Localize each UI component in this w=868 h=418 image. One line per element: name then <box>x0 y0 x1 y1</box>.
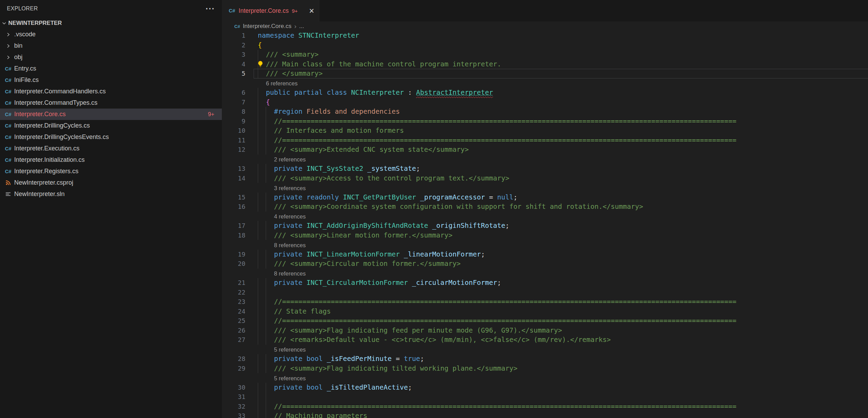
line-number[interactable]: 12 <box>222 145 258 155</box>
code-line[interactable]: 11 //===================================… <box>222 136 868 145</box>
file-row[interactable]: C#Interpreter.DrillingCycles.cs <box>0 120 222 131</box>
line-number[interactable]: 30 <box>222 383 258 392</box>
file-row[interactable]: NewInterpreter.csproj <box>0 177 222 188</box>
folder-row[interactable]: .vscode <box>0 29 222 40</box>
line-number[interactable]: 14 <box>222 174 258 183</box>
line-number[interactable]: 2 <box>222 40 258 50</box>
line-number[interactable]: 3 <box>222 50 258 59</box>
line-number[interactable]: 15 <box>222 193 258 202</box>
codelens-link[interactable]: 4 references <box>258 212 306 221</box>
code-line[interactable]: 25 //===================================… <box>222 316 868 326</box>
tab-interpreter-core[interactable]: C# Interpreter.Core.cs 9+ × <box>222 0 319 21</box>
code-line[interactable]: 7 { <box>222 97 868 107</box>
line-number[interactable]: 33 <box>222 411 258 418</box>
code-line[interactable]: 17 private INCT_AddOriginByShiftAndRotat… <box>222 221 868 231</box>
line-number[interactable]: 11 <box>222 136 258 145</box>
line-number[interactable]: 28 <box>222 354 258 364</box>
codelens-link[interactable]: 8 references <box>258 269 306 278</box>
code-line[interactable]: 13 private INCT_SysState2 _systemState; <box>222 164 868 174</box>
code-line[interactable]: 29 /// <summary>Flag indicating tilted w… <box>222 364 868 373</box>
line-number[interactable]: 4 <box>222 59 258 69</box>
codelens-link[interactable]: 5 references <box>258 345 306 354</box>
line-number[interactable]: 10 <box>222 126 258 136</box>
code-line[interactable]: 23 //===================================… <box>222 297 868 307</box>
file-row[interactable]: C#Interpreter.Execution.cs <box>0 143 222 154</box>
file-row[interactable]: NewInterpreter.sln <box>0 188 222 200</box>
codelens-link[interactable]: 2 references <box>258 155 306 164</box>
code-line[interactable]: 20 /// <summary>Circular motion former.<… <box>222 259 868 269</box>
code-line[interactable]: 16 /// <summary>Coordinate system config… <box>222 202 868 212</box>
file-row[interactable]: C#Interpreter.Core.cs9+ <box>0 109 222 120</box>
code-line[interactable]: 14 /// <summary>Access to the control pr… <box>222 174 868 183</box>
workspace-section-header[interactable]: NEWINTERPRETER <box>0 17 222 29</box>
code-line[interactable]: 4 /// Main class of the machine control … <box>222 59 868 69</box>
line-number[interactable]: 25 <box>222 316 258 326</box>
more-actions-icon[interactable]: ··· <box>206 7 215 10</box>
file-row[interactable]: C#Interpreter.DrillingCyclesEvents.cs <box>0 131 222 143</box>
line-number[interactable]: 26 <box>222 326 258 335</box>
chevron-right-icon[interactable] <box>3 32 13 37</box>
code-line[interactable]: 1namespace STNCInterpreter <box>222 31 868 40</box>
line-number[interactable]: 31 <box>222 392 258 402</box>
line-number[interactable]: 17 <box>222 221 258 231</box>
folder-row[interactable]: bin <box>0 40 222 52</box>
line-number[interactable]: 32 <box>222 402 258 411</box>
file-row[interactable]: C#IniFile.cs <box>0 74 222 86</box>
line-number[interactable]: 22 <box>222 288 258 297</box>
code-line[interactable]: 18 /// <summary>Linear motion former.</s… <box>222 231 868 240</box>
close-icon[interactable]: × <box>309 7 314 15</box>
code-line[interactable]: 10 // Interfaces and motion formers <box>222 126 868 136</box>
code-line[interactable]: 32 //===================================… <box>222 402 868 411</box>
codelens-link[interactable]: 5 references <box>258 374 306 383</box>
code-line[interactable]: 19 private INCT_LinearMotionFormer _line… <box>222 250 868 259</box>
code-editor: 1namespace STNCInterpreter2{3 /// <summa… <box>222 31 868 418</box>
code-line[interactable]: 31 <box>222 392 868 402</box>
file-row[interactable]: C#Interpreter.CommandHandlers.cs <box>0 86 222 97</box>
line-number[interactable]: 9 <box>222 117 258 126</box>
folder-row[interactable]: obj <box>0 52 222 63</box>
code-line[interactable]: 22 <box>222 288 868 297</box>
line-number[interactable]: 27 <box>222 335 258 345</box>
line-number[interactable]: 29 <box>222 364 258 373</box>
line-number[interactable]: 21 <box>222 278 258 288</box>
code-line[interactable]: 9 //====================================… <box>222 117 868 126</box>
file-row[interactable]: C#Interpreter.Initialization.cs <box>0 154 222 166</box>
chevron-right-icon[interactable] <box>3 55 13 60</box>
code-line[interactable]: 28 private bool _isFeedPerMinute = true; <box>222 354 868 364</box>
code-line[interactable]: 24 // State flags <box>222 307 868 316</box>
line-number[interactable]: 1 <box>222 31 258 40</box>
line-number[interactable]: 5 <box>222 69 258 78</box>
line-number[interactable]: 20 <box>222 259 258 269</box>
line-number[interactable]: 6 <box>222 88 258 97</box>
file-row[interactable]: C#Entry.cs <box>0 63 222 74</box>
codelens-link[interactable]: 6 references <box>258 79 298 88</box>
code-line[interactable]: 15 private readonly INCT_GetPartByUser _… <box>222 193 868 202</box>
codelens-link[interactable]: 3 references <box>258 184 306 193</box>
code-line[interactable]: 2{ <box>222 40 868 50</box>
line-number[interactable]: 8 <box>222 107 258 117</box>
line-number[interactable]: 7 <box>222 97 258 107</box>
line-number[interactable]: 13 <box>222 164 258 174</box>
code-line[interactable]: 3 /// <summary> <box>222 50 868 59</box>
code-line[interactable]: 8 #region Fields and dependencies <box>222 107 868 117</box>
chevron-right-icon[interactable] <box>3 43 13 49</box>
breadcrumb-ellipsis[interactable]: ... <box>299 23 304 30</box>
code-line[interactable]: 33 // Machining parameters <box>222 411 868 418</box>
code-line[interactable]: 5 /// </summary> <box>222 69 868 78</box>
file-row[interactable]: C#Interpreter.CommandTypes.cs <box>0 97 222 109</box>
code-line[interactable]: 27 /// <remarks>Default value - <c>true<… <box>222 335 868 345</box>
code-line[interactable]: 6 public partial class NCInterpreter : A… <box>222 88 868 97</box>
code-line[interactable]: 30 private bool _isTiltedPlaneActive; <box>222 383 868 392</box>
line-number[interactable]: 19 <box>222 250 258 259</box>
breadcrumb-file[interactable]: Interpreter.Core.cs <box>243 23 292 30</box>
code-line[interactable]: 21 private INCT_CircularMotionFormer _ci… <box>222 278 868 288</box>
codelens-link[interactable]: 8 references <box>258 241 306 250</box>
line-number[interactable]: 16 <box>222 202 258 212</box>
code-line[interactable]: 12 /// <summary>Extended CNC system stat… <box>222 145 868 155</box>
code-line[interactable]: 26 /// <summary>Flag indicating feed per… <box>222 326 868 335</box>
line-number[interactable]: 18 <box>222 231 258 240</box>
line-number[interactable]: 24 <box>222 307 258 316</box>
file-row[interactable]: C#Interpreter.Registers.cs <box>0 166 222 177</box>
code-token <box>323 383 327 391</box>
line-number[interactable]: 23 <box>222 297 258 307</box>
